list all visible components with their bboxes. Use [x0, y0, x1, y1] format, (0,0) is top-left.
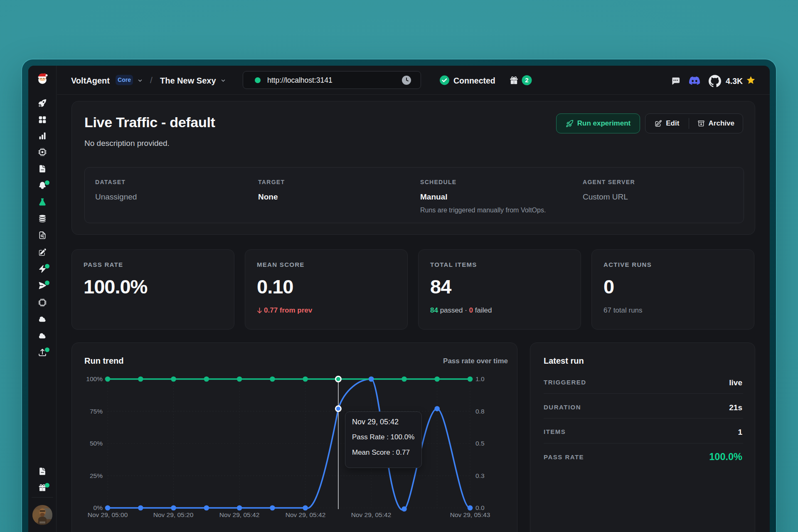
svg-text:0%: 0% — [94, 504, 103, 511]
svg-text:Nov 29, 05:42: Nov 29, 05:42 — [286, 511, 326, 518]
svg-text:1.0: 1.0 — [475, 375, 485, 382]
svg-text:2: 2 — [525, 76, 528, 84]
svg-text:Nov 29, 05:20: Nov 29, 05:20 — [153, 511, 194, 518]
svg-text:Nov 29, 05:43: Nov 29, 05:43 — [450, 511, 490, 518]
svg-text:100%: 100% — [86, 375, 103, 382]
svg-text:25%: 25% — [90, 472, 103, 479]
svg-text:Nov 29, 05:00: Nov 29, 05:00 — [88, 511, 128, 518]
svg-text:Nov 29, 05:42: Nov 29, 05:42 — [219, 511, 260, 518]
svg-text:75%: 75% — [90, 408, 103, 415]
svg-text:0.5: 0.5 — [475, 440, 485, 447]
svg-text:0.0: 0.0 — [475, 504, 485, 511]
svg-text:0.3: 0.3 — [475, 472, 485, 479]
svg-text:0.8: 0.8 — [475, 408, 485, 415]
svg-text:50%: 50% — [90, 440, 103, 447]
svg-text:Nov 29, 05:42: Nov 29, 05:42 — [351, 511, 392, 518]
